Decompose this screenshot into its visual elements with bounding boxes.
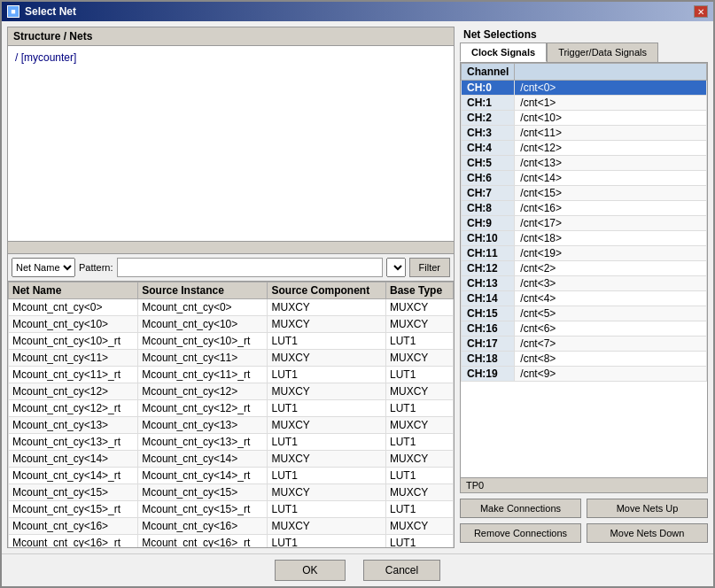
channel-row[interactable]: CH:15/cnt<5> bbox=[462, 306, 707, 321]
move-nets-down-button[interactable]: Move Nets Down bbox=[587, 523, 708, 543]
channel-row[interactable]: CH:14/cnt<4> bbox=[462, 291, 707, 306]
signal-tabs: Clock Signals Trigger/Data Signals bbox=[460, 43, 708, 62]
table-row[interactable]: Mcount_cnt_cy<12>_rtMcount_cnt_cy<12>_rt… bbox=[9, 400, 454, 417]
channel-row[interactable]: CH:9/cnt<17> bbox=[462, 216, 707, 231]
bottom-bar: OK Cancel bbox=[2, 553, 713, 586]
channel-row[interactable]: CH:12/cnt<2> bbox=[462, 261, 707, 276]
net-name-dropdown[interactable]: Net Name bbox=[12, 258, 75, 277]
filter-row: Net Name Pattern: Filter bbox=[8, 253, 454, 281]
col-net-name: Net Name bbox=[9, 282, 138, 299]
table-row[interactable]: Mcount_cnt_cy<15>Mcount_cnt_cy<15>MUXCYM… bbox=[9, 484, 454, 501]
channel-header-row: Channel bbox=[462, 64, 707, 81]
table-row[interactable]: Mcount_cnt_cy<14>Mcount_cnt_cy<14>MUXCYM… bbox=[9, 451, 454, 468]
table-row[interactable]: Mcount_cnt_cy<11>Mcount_cnt_cy<11>MUXCYM… bbox=[9, 350, 454, 367]
channel-row[interactable]: CH:0/cnt<0> bbox=[462, 81, 707, 96]
channel-row[interactable]: CH:16/cnt<6> bbox=[462, 321, 707, 337]
tp-row: TP0 bbox=[460, 478, 708, 493]
table-row[interactable]: Mcount_cnt_cy<0>Mcount_cnt_cy<0>MUXCYMUX… bbox=[9, 299, 454, 316]
window-title: Select Net bbox=[25, 5, 76, 18]
filter-button[interactable]: Filter bbox=[409, 258, 450, 277]
col-channel: Channel bbox=[462, 64, 515, 81]
table-row[interactable]: Mcount_cnt_cy<12>Mcount_cnt_cy<12>MUXCYM… bbox=[9, 383, 454, 400]
channel-table-area[interactable]: Channel CH:0/cnt<0>CH:1/cnt<1>CH:2/cnt<1… bbox=[460, 62, 708, 478]
filter-type-dropdown[interactable] bbox=[386, 258, 406, 277]
tree-item-mycounter[interactable]: / [mycounter] bbox=[12, 50, 450, 66]
col-source-instance: Source Instance bbox=[138, 282, 268, 299]
channel-row[interactable]: CH:5/cnt<13> bbox=[462, 156, 707, 171]
channel-table-body: CH:0/cnt<0>CH:1/cnt<1>CH:2/cnt<10>CH:3/c… bbox=[462, 81, 707, 382]
channel-row[interactable]: CH:11/cnt<19> bbox=[462, 246, 707, 261]
table-row[interactable]: Mcount_cnt_cy<11>_rtMcount_cnt_cy<11>_rt… bbox=[9, 367, 454, 383]
tree-area[interactable]: / [mycounter] bbox=[8, 46, 454, 241]
channel-table: Channel CH:0/cnt<0>CH:1/cnt<1>CH:2/cnt<1… bbox=[461, 63, 707, 382]
net-table: Net Name Source Instance Source Componen… bbox=[8, 282, 454, 547]
channel-row[interactable]: CH:10/cnt<18> bbox=[462, 231, 707, 246]
table-row[interactable]: Mcount_cnt_cy<15>_rtMcount_cnt_cy<15>_rt… bbox=[9, 501, 454, 518]
tab-clock-signals[interactable]: Clock Signals bbox=[460, 43, 547, 62]
col-source-component: Source Component bbox=[268, 282, 386, 299]
table-row[interactable]: Mcount_cnt_cy<16>Mcount_cnt_cy<16>MUXCYM… bbox=[9, 518, 454, 535]
channel-row[interactable]: CH:18/cnt<8> bbox=[462, 352, 707, 367]
close-button[interactable]: ✕ bbox=[694, 5, 708, 18]
make-connections-button[interactable]: Make Connections bbox=[460, 499, 581, 518]
table-row[interactable]: Mcount_cnt_cy<13>_rtMcount_cnt_cy<13>_rt… bbox=[9, 434, 454, 451]
action-buttons: Make Connections Move Nets Up Remove Con… bbox=[460, 493, 708, 548]
table-row[interactable]: Mcount_cnt_cy<16>_rtMcount_cnt_cy<16>_rt… bbox=[9, 535, 454, 548]
horizontal-scrollbar[interactable] bbox=[8, 241, 454, 253]
net-table-area[interactable]: Net Name Source Instance Source Componen… bbox=[8, 281, 454, 547]
remove-connections-button[interactable]: Remove Connections bbox=[460, 523, 581, 543]
structure-nets-title: Structure / Nets bbox=[8, 27, 454, 46]
main-content: Structure / Nets / [mycounter] Net Name … bbox=[2, 21, 713, 553]
table-header-row: Net Name Source Instance Source Componen… bbox=[9, 282, 454, 299]
select-net-window: ■ Select Net ✕ Structure / Nets / [mycou… bbox=[0, 0, 715, 588]
ok-button[interactable]: OK bbox=[275, 560, 346, 581]
channel-row[interactable]: CH:3/cnt<11> bbox=[462, 126, 707, 141]
right-panel: Net Selections Clock Signals Trigger/Dat… bbox=[460, 27, 708, 548]
pattern-input[interactable] bbox=[117, 258, 383, 277]
cancel-button[interactable]: Cancel bbox=[363, 560, 440, 581]
move-nets-up-button[interactable]: Move Nets Up bbox=[587, 499, 708, 518]
channel-row[interactable]: CH:6/cnt<14> bbox=[462, 171, 707, 186]
net-selections-title: Net Selections bbox=[460, 27, 708, 43]
channel-row[interactable]: CH:7/cnt<15> bbox=[462, 186, 707, 201]
table-row[interactable]: Mcount_cnt_cy<10>Mcount_cnt_cy<10>MUXCYM… bbox=[9, 316, 454, 333]
table-row[interactable]: Mcount_cnt_cy<10>_rtMcount_cnt_cy<10>_rt… bbox=[9, 333, 454, 350]
window-icon: ■ bbox=[7, 5, 19, 18]
table-row[interactable]: Mcount_cnt_cy<14>_rtMcount_cnt_cy<14>_rt… bbox=[9, 468, 454, 484]
tab-trigger-data-signals[interactable]: Trigger/Data Signals bbox=[547, 43, 658, 62]
channel-row[interactable]: CH:17/cnt<7> bbox=[462, 337, 707, 352]
channel-row[interactable]: CH:4/cnt<12> bbox=[462, 141, 707, 156]
title-bar: ■ Select Net ✕ bbox=[2, 2, 713, 21]
channel-row[interactable]: CH:13/cnt<3> bbox=[462, 276, 707, 291]
channel-row[interactable]: CH:19/cnt<9> bbox=[462, 367, 707, 382]
pattern-label: Pattern: bbox=[79, 262, 113, 273]
table-row[interactable]: Mcount_cnt_cy<13>Mcount_cnt_cy<13>MUXCYM… bbox=[9, 417, 454, 434]
channel-row[interactable]: CH:2/cnt<10> bbox=[462, 111, 707, 126]
channel-row[interactable]: CH:1/cnt<1> bbox=[462, 96, 707, 111]
channel-row[interactable]: CH:8/cnt<16> bbox=[462, 201, 707, 216]
col-base-type: Base Type bbox=[385, 282, 453, 299]
col-signal bbox=[515, 64, 707, 81]
net-table-body: Mcount_cnt_cy<0>Mcount_cnt_cy<0>MUXCYMUX… bbox=[9, 299, 454, 548]
left-panel: Structure / Nets / [mycounter] Net Name … bbox=[7, 27, 455, 548]
